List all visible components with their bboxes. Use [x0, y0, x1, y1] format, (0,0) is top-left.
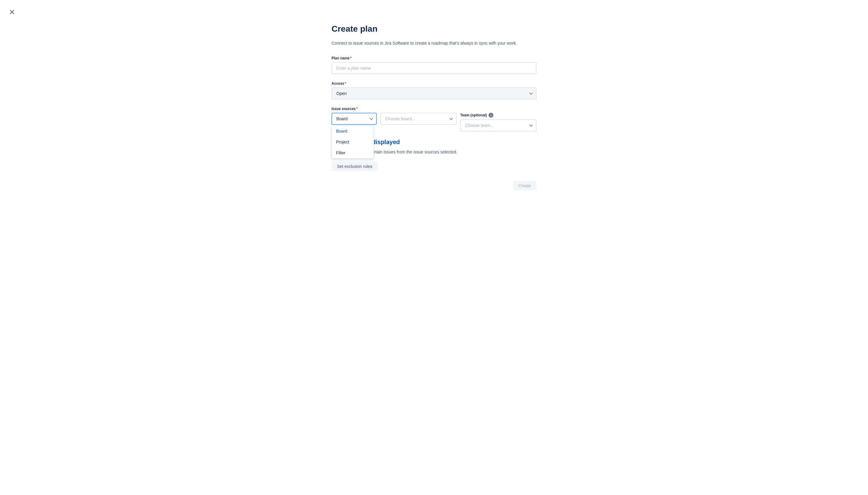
source-type-select[interactable]: Board Project Filter: [331, 113, 377, 125]
team-select-wrapper: Choose team...: [460, 119, 537, 132]
access-select[interactable]: Open Private: [331, 87, 537, 100]
required-star-sources: *: [356, 107, 358, 111]
required-star-access: *: [345, 81, 346, 86]
source-type-dropdown: Board Project Filter: [331, 125, 374, 158]
close-icon: [10, 10, 15, 15]
plan-name-group: Plan name*: [331, 56, 537, 74]
required-star: *: [350, 56, 352, 60]
access-group: Access* Open Private: [331, 81, 537, 100]
info-icon[interactable]: i: [489, 113, 493, 118]
access-label: Access*: [331, 81, 537, 86]
issue-sources-label: Issue sources*: [331, 107, 537, 111]
dropdown-item-filter[interactable]: Filter: [332, 148, 374, 158]
plan-name-label: Plan name*: [331, 56, 537, 60]
page-description: Connect to issue sources in Jira Softwar…: [331, 40, 537, 47]
footer-row: Create: [331, 181, 537, 190]
page-title: Create plan: [331, 24, 537, 34]
issue-sources-group: Issue sources* Board Project Filter Boar…: [331, 107, 537, 132]
source-type-wrapper: Board Project Filter Board Project Filte…: [331, 113, 377, 125]
close-button[interactable]: [7, 7, 17, 17]
plan-name-input[interactable]: [331, 62, 537, 74]
access-select-wrapper: Open Private: [331, 87, 537, 100]
dropdown-item-project[interactable]: Project: [332, 137, 374, 148]
create-button[interactable]: Create: [513, 181, 537, 190]
issue-sources-row: Board Project Filter Board Project Filte…: [331, 113, 537, 132]
team-col: Team (optional) i Choose team...: [460, 113, 537, 132]
team-label: Team (optional): [460, 113, 487, 117]
page-container: Create plan Connect to issue sources in …: [319, 0, 549, 209]
dropdown-item-board[interactable]: Board: [332, 126, 374, 137]
choose-board-wrapper: Choose board...: [380, 113, 457, 125]
choose-team-select[interactable]: Choose team...: [460, 119, 537, 132]
choose-board-select[interactable]: Choose board...: [380, 113, 457, 125]
team-label-row: Team (optional) i: [460, 113, 537, 118]
set-exclusion-button[interactable]: Set exclusion rules: [331, 161, 378, 171]
